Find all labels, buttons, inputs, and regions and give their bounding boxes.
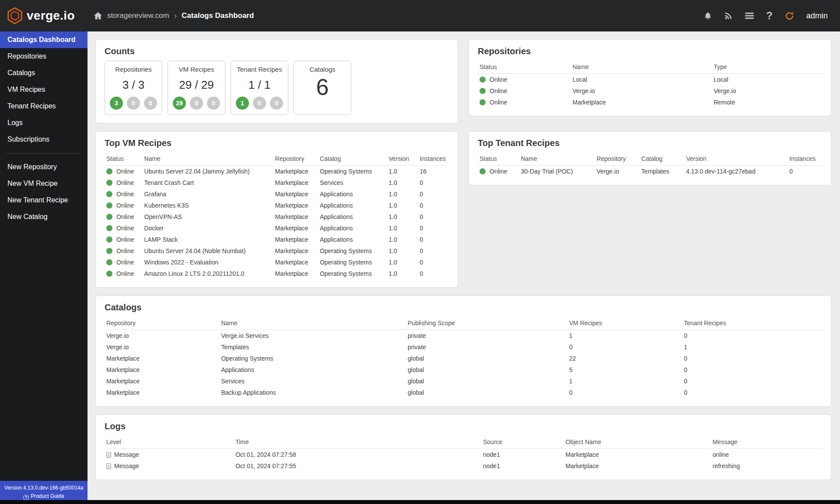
column-header[interactable]: Repository bbox=[105, 317, 219, 330]
rss-feed-icon[interactable] bbox=[724, 11, 733, 20]
sidebar-actions: New Repository New VM Recipe New Tenant … bbox=[0, 159, 88, 225]
cell: Templates bbox=[640, 166, 684, 177]
column-header[interactable]: Version bbox=[387, 153, 418, 166]
sidebar-nav-item[interactable]: VM Recipes bbox=[0, 81, 88, 98]
column-header[interactable]: Type bbox=[712, 61, 822, 74]
sidebar-nav-item[interactable]: Catalogs bbox=[0, 65, 88, 81]
sidebar: Catalogs Dashboard Repositories Catalogs… bbox=[0, 31, 88, 504]
column-header[interactable]: Catalog bbox=[640, 153, 684, 166]
cell: global bbox=[406, 364, 567, 375]
counts-title: Counts bbox=[105, 46, 449, 56]
count-badge: 0 bbox=[270, 97, 283, 110]
cell: 0 bbox=[788, 166, 822, 177]
cell: Applications bbox=[318, 188, 387, 200]
count-tile[interactable]: Repositories3 / 3300 bbox=[105, 61, 162, 115]
table-row[interactable]: OnlineAmazon Linux 2 LTS 2.0.20211201.0M… bbox=[105, 268, 449, 279]
column-header[interactable]: Status bbox=[478, 61, 570, 74]
table-row[interactable]: MarketplaceBackup Applicationsglobal00 bbox=[105, 387, 822, 398]
column-header[interactable]: Name bbox=[570, 61, 712, 74]
sidebar-nav-item[interactable]: Tenant Recipes bbox=[0, 98, 88, 115]
table-row[interactable]: MessageOct 01, 2024 07:27:55node1Marketp… bbox=[105, 460, 822, 472]
column-header[interactable]: Source bbox=[481, 436, 564, 449]
column-header[interactable]: Status bbox=[478, 153, 519, 166]
table-row[interactable]: OnlineVerge.ioVerge.io bbox=[478, 85, 822, 97]
user-menu[interactable]: admin bbox=[806, 11, 828, 21]
sidebar-action-item[interactable]: New Catalog bbox=[0, 209, 88, 225]
column-header[interactable]: Repository bbox=[273, 153, 318, 166]
table-row[interactable]: OnlineUbuntu Server 24.04 (Noble Numbat)… bbox=[105, 245, 449, 257]
table-row[interactable]: OnlineLAMP StackMarketplaceApplications1… bbox=[105, 234, 449, 245]
home-icon[interactable] bbox=[94, 12, 102, 20]
sidebar-action-item[interactable]: New Tenant Recipe bbox=[0, 192, 88, 209]
sidebar-action-item[interactable]: New Repository bbox=[0, 159, 88, 175]
column-header[interactable]: Name bbox=[143, 153, 273, 166]
refresh-icon[interactable] bbox=[784, 11, 794, 21]
top-vm-recipes-card: Top VM Recipes StatusNameRepositoryCatal… bbox=[95, 131, 458, 288]
log-message-icon bbox=[106, 463, 111, 469]
column-header[interactable]: Publishing Scope bbox=[406, 317, 567, 330]
column-header[interactable]: Status bbox=[105, 153, 143, 166]
column-header[interactable]: Repository bbox=[595, 153, 640, 166]
status-online-icon bbox=[106, 248, 112, 254]
sidebar-nav-item[interactable]: Subscriptions bbox=[0, 131, 88, 148]
column-header[interactable]: Name bbox=[219, 317, 406, 330]
table-row[interactable]: OnlineWindows 2022 - EvaluationMarketpla… bbox=[105, 257, 449, 268]
version-label: Version 4.13.0.dev-166-gb50014a bbox=[2, 484, 86, 492]
column-header[interactable]: Instances bbox=[788, 153, 822, 166]
column-header[interactable]: VM Recipes bbox=[567, 317, 682, 330]
table-row[interactable]: Online30-Day Trial (POC)Verge.ioTemplate… bbox=[478, 166, 822, 177]
cell: 0 bbox=[418, 211, 449, 222]
column-header[interactable]: Tenant Recipes bbox=[682, 317, 822, 330]
cell: 1.0 bbox=[387, 211, 418, 222]
status-cell: Online bbox=[105, 257, 143, 268]
table-row[interactable]: OnlineOpenVPN-ASMarketplaceApplications1… bbox=[105, 211, 449, 222]
logs-title: Logs bbox=[105, 421, 822, 431]
table-row[interactable]: OnlineGrafanaMarketplaceApplications1.00 bbox=[105, 188, 449, 200]
column-header[interactable]: Message bbox=[711, 436, 822, 449]
table-row[interactable]: MarketplaceServicesglobal10 bbox=[105, 375, 822, 387]
status-online-icon bbox=[480, 168, 486, 174]
column-header[interactable]: Object Name bbox=[564, 436, 711, 449]
logo[interactable]: verge.io bbox=[0, 7, 88, 24]
table-row[interactable]: OnlineMarketplaceRemote bbox=[478, 97, 822, 108]
table-row[interactable]: OnlineKubernetes K3SMarketplaceApplicati… bbox=[105, 200, 449, 211]
cell: LAMP Stack bbox=[143, 234, 273, 245]
logs-table: LevelTimeSourceObject NameMessageMessage… bbox=[105, 436, 822, 472]
cell: 1.0 bbox=[387, 257, 418, 268]
cell: Kubernetes K3S bbox=[143, 200, 273, 211]
count-tile[interactable]: VM Recipes29 / 292900 bbox=[168, 61, 225, 115]
column-header[interactable]: Name bbox=[519, 153, 595, 166]
table-row[interactable]: OnlineDockerMarketplaceApplications1.00 bbox=[105, 222, 449, 234]
status-online-icon bbox=[106, 168, 112, 174]
cell: Applications bbox=[318, 222, 387, 234]
table-row[interactable]: OnlineUbuntu Server 22.04 (Jammy Jellyfi… bbox=[105, 166, 449, 177]
sidebar-action-item[interactable]: New VM Recipe bbox=[0, 175, 88, 192]
breadcrumb-site[interactable]: storagereview.com bbox=[107, 11, 169, 20]
cell: Marketplace bbox=[273, 268, 318, 279]
column-header[interactable]: Instances bbox=[418, 153, 449, 166]
count-tile[interactable]: Catalogs6 bbox=[294, 61, 351, 115]
column-header[interactable]: Catalog bbox=[318, 153, 387, 166]
sidebar-nav-item[interactable]: Repositories bbox=[0, 48, 88, 65]
notifications-bell-icon[interactable] bbox=[704, 11, 712, 21]
count-badge: 0 bbox=[127, 97, 140, 110]
table-row[interactable]: MessageOct 01, 2024 07:27:58node1Marketp… bbox=[105, 449, 822, 461]
table-row[interactable]: Verge.ioTemplatesprivate01 bbox=[105, 341, 822, 353]
column-header[interactable]: Level bbox=[105, 436, 234, 449]
table-row[interactable]: Verge.ioVerge.io Servicesprivate10 bbox=[105, 330, 822, 342]
count-tile-label: Catalogs bbox=[309, 66, 335, 73]
help-icon[interactable]: ? bbox=[766, 10, 773, 21]
column-header[interactable]: Version bbox=[684, 153, 788, 166]
task-list-icon[interactable] bbox=[745, 12, 754, 20]
table-row[interactable]: OnlineTenant Crash CartMarketplaceServic… bbox=[105, 177, 449, 188]
table-row[interactable]: MarketplaceOperating Systemsglobal220 bbox=[105, 353, 822, 364]
table-row[interactable]: OnlineLocalLocal bbox=[478, 74, 822, 86]
count-tile[interactable]: Tenant Recipes1 / 1100 bbox=[231, 61, 288, 115]
cell: OpenVPN-AS bbox=[143, 211, 273, 222]
sidebar-nav-item[interactable]: Catalogs Dashboard bbox=[0, 31, 88, 48]
product-guide-link[interactable]: ?Product Guide bbox=[2, 492, 86, 501]
log-message-icon bbox=[106, 452, 111, 458]
column-header[interactable]: Time bbox=[234, 436, 481, 449]
table-row[interactable]: MarketplaceApplicationsglobal50 bbox=[105, 364, 822, 375]
sidebar-nav-item[interactable]: Logs bbox=[0, 115, 88, 131]
